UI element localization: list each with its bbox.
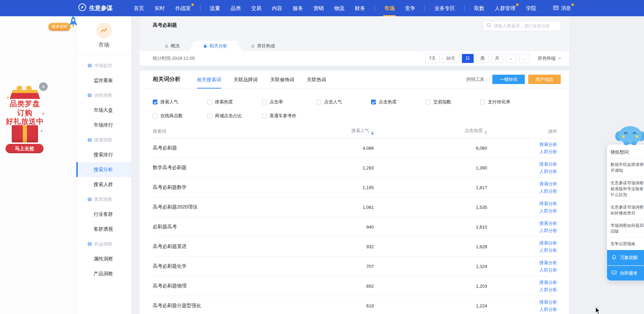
sidebar-item[interactable]: 市场大盘 <box>76 103 131 118</box>
close-icon[interactable]: ✕ <box>39 82 48 91</box>
column-header-search-pop[interactable]: 搜索人气 <box>315 128 374 135</box>
nav-item[interactable]: 内容 <box>267 0 287 16</box>
mascot-elephant-icon[interactable] <box>614 124 644 147</box>
metric-checkbox[interactable]: 交易指数 <box>426 99 480 105</box>
word-type-tab[interactable]: 关联品牌词 <box>234 71 258 89</box>
nav-item[interactable]: 营销 <box>308 0 329 16</box>
word-type-tab[interactable]: 关联修饰词 <box>270 71 294 89</box>
assistant-question[interactable]: 市场洞察如何返回旧版 <box>607 219 644 238</box>
nav-item[interactable]: 实时 <box>149 0 170 16</box>
sidebar-item[interactable]: 市场排行 <box>76 118 131 132</box>
nav-item[interactable]: 交易 <box>246 0 267 16</box>
nav-item[interactable]: 品类 <box>225 0 246 16</box>
metric-checkbox[interactable]: 搜索热度 <box>207 99 262 105</box>
nav-item[interactable]: 财务 <box>350 0 370 16</box>
page-tab[interactable]: 类目构成 <box>242 41 284 51</box>
sidebar-item[interactable]: 机会洞察 <box>76 237 131 251</box>
prev-date-button[interactable]: ‹ <box>506 54 516 63</box>
tool-button[interactable]: 用户信息 <box>528 75 561 84</box>
nav-item[interactable]: 取数 <box>469 0 490 16</box>
metric-checkbox[interactable]: 在线商品数 <box>153 113 207 119</box>
search-analysis-link[interactable]: 搜索分析 <box>487 160 557 168</box>
metric-checkbox[interactable]: 点击热度 <box>371 99 426 105</box>
nav-item[interactable] <box>425 6 425 11</box>
search-analysis-link[interactable]: 搜索分析 <box>487 239 557 247</box>
sidebar-item[interactable]: 客群透视 <box>76 222 131 237</box>
nav-item[interactable]: 市场 <box>379 0 400 16</box>
assistant-question[interactable]: 生意参谋市场洞察如何修改类目 <box>607 201 644 219</box>
crowd-analysis-link[interactable]: 人群分析 <box>487 187 557 195</box>
sidebar-item[interactable]: 行业客群 <box>76 207 131 222</box>
sidebar-item[interactable]: 市场监控 <box>76 58 131 73</box>
crowd-analysis-link[interactable]: 人群分析 <box>487 286 557 293</box>
messages-button[interactable]: 消息 <box>553 0 571 16</box>
metric-checkbox[interactable]: 点击人气 <box>316 99 371 105</box>
time-range-button[interactable]: 30天 <box>442 54 459 63</box>
sidebar-item[interactable]: 搜索洞察 <box>76 132 131 147</box>
word-type-tab[interactable]: 关联热词 <box>307 71 326 89</box>
crowd-analysis-link[interactable]: 人群分析 <box>487 168 557 175</box>
metric-checkbox[interactable]: 商城点击占比 <box>207 113 262 119</box>
search-analysis-link[interactable]: 搜索分析 <box>487 200 557 207</box>
search-analysis-link[interactable]: 搜索分析 <box>487 220 557 227</box>
sidebar-item[interactable]: 产品洞察 <box>76 266 131 281</box>
time-range-button[interactable]: 周 <box>476 54 489 63</box>
nav-item[interactable]: 首页 <box>129 0 149 16</box>
wanxiang-reminder-button[interactable]: 万象提醒 <box>607 250 644 265</box>
promo-banner[interactable]: 品类罗盘 订购 好礼放送中 马上去抢 ✕ <box>2 82 48 154</box>
search-analysis-link[interactable]: 搜索分析 <box>487 259 557 266</box>
search-analysis-link[interactable]: 搜索分析 <box>487 180 557 187</box>
nav-item[interactable]: 作战室 <box>170 0 196 16</box>
version-pill-button[interactable]: 版本说明 <box>48 23 70 31</box>
tool-button[interactable]: 一键转化 <box>492 75 525 84</box>
nav-item[interactable]: 流量 <box>205 0 225 16</box>
nav-item[interactable] <box>200 6 200 11</box>
sidebar-item[interactable]: 属性洞察 <box>76 251 131 266</box>
nav-item[interactable]: 人群管理 <box>490 0 521 16</box>
self-service-button[interactable]: 自助服务 <box>607 265 644 280</box>
crowd-analysis-link[interactable]: 人群分析 <box>487 227 557 234</box>
nav-item[interactable] <box>464 6 465 11</box>
time-range-button[interactable]: 月 <box>491 54 503 63</box>
nav-item[interactable]: 服务 <box>287 0 308 16</box>
nav-item[interactable]: 物流 <box>329 0 350 16</box>
nav-item[interactable] <box>375 6 375 11</box>
metric-checkbox[interactable]: 搜索人气 <box>153 99 207 105</box>
sort-icon[interactable] <box>484 131 487 135</box>
search-analysis-link[interactable]: 搜索分析 <box>487 279 557 286</box>
nav-item[interactable]: 业务专区 <box>429 0 460 16</box>
crowd-analysis-link[interactable]: 人群分析 <box>487 247 557 254</box>
time-range-button[interactable]: 7天 <box>425 54 439 63</box>
sidebar-item[interactable]: 监控看板 <box>76 73 131 88</box>
nav-item[interactable]: 竞争 <box>400 0 420 16</box>
metric-checkbox[interactable]: 支付转化率 <box>480 99 535 105</box>
app-logo[interactable]: 生意参谋 <box>78 0 113 16</box>
sidebar-item[interactable]: 搜索排行 <box>76 147 131 162</box>
crowd-analysis-link[interactable]: 人群分析 <box>487 306 557 313</box>
crowd-analysis-link[interactable]: 人群分析 <box>487 207 557 214</box>
terminal-dropdown[interactable]: 所有终端 <box>538 55 561 62</box>
assistant-question[interactable]: 数据学院金牌讲师开课啦 <box>607 158 644 177</box>
column-header-click-heat[interactable]: 点击热度 <box>374 128 487 135</box>
assistant-question[interactable]: 竞争运营指南 <box>607 238 644 250</box>
page-tab[interactable]: 概况 <box>155 41 189 51</box>
sidebar-item[interactable]: 搜索分析 <box>76 162 131 177</box>
page-tab[interactable]: 相关分析 <box>189 41 242 51</box>
promo-cta-button[interactable]: 马上去抢 <box>6 144 44 153</box>
metric-checkbox[interactable]: 点击率 <box>262 99 316 105</box>
sidebar-item[interactable]: 搜索人群 <box>76 177 131 192</box>
word-type-tab[interactable]: 相关搜索词 <box>197 71 221 89</box>
time-range-button[interactable]: 日 <box>462 54 474 63</box>
assistant-question[interactable]: 生意参谋市场洞察标准版和专业版有什么区别 <box>607 177 644 201</box>
sort-icon[interactable] <box>371 131 374 135</box>
search-input[interactable] <box>494 24 557 28</box>
search-analysis-link[interactable]: 搜索分析 <box>487 141 557 148</box>
sidebar-item[interactable]: 客群洞察 <box>76 192 131 207</box>
sidebar-item[interactable]: 供给洞察 <box>76 88 131 103</box>
crowd-analysis-link[interactable]: 人群分析 <box>487 148 557 155</box>
search-box[interactable] <box>483 21 561 31</box>
nav-item[interactable]: 学院 <box>521 0 541 16</box>
next-date-button[interactable]: › <box>519 54 529 63</box>
metric-checkbox[interactable]: 直通车参考价 <box>262 113 316 119</box>
crowd-analysis-link[interactable]: 人群分析 <box>487 266 557 274</box>
